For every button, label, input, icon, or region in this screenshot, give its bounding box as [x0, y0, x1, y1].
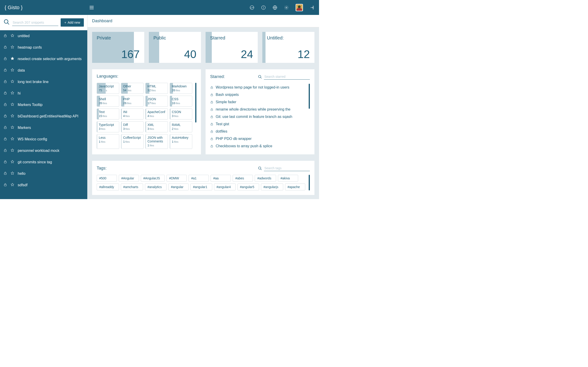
- search-icon[interactable]: [258, 166, 262, 170]
- tag[interactable]: #analytics: [145, 184, 166, 190]
- star-icon[interactable]: [10, 171, 14, 176]
- header-menu-toggle[interactable]: [90, 6, 94, 9]
- star-icon[interactable]: [10, 125, 14, 130]
- language-card[interactable]: Markdown26files: [170, 83, 192, 94]
- svg-marker-27: [11, 126, 14, 129]
- tag[interactable]: #angular: [168, 184, 189, 190]
- starred-item[interactable]: Simple fader: [210, 98, 306, 106]
- snippet-item[interactable]: long text brake line: [0, 76, 87, 88]
- star-icon[interactable]: [10, 137, 14, 142]
- search-icon[interactable]: [3, 19, 10, 26]
- starred-item[interactable]: Checkboxes to array push & splice: [210, 142, 306, 150]
- tag[interactable]: #a1: [189, 175, 209, 182]
- tag[interactable]: #AngularJS: [141, 175, 165, 182]
- star-icon[interactable]: [10, 68, 14, 73]
- star-icon[interactable]: [10, 57, 14, 61]
- starred-item[interactable]: dotfiles: [210, 128, 306, 135]
- language-card[interactable]: XML3files: [145, 121, 168, 132]
- star-icon[interactable]: [10, 148, 14, 153]
- snippet-item[interactable]: hello: [0, 168, 87, 179]
- language-card[interactable]: JavaScript75files: [97, 83, 119, 94]
- scrollbar[interactable]: [309, 175, 310, 190]
- stat-card[interactable]: Starred24: [206, 32, 258, 63]
- language-card[interactable]: Other54files: [121, 83, 144, 94]
- add-new-button[interactable]: +Add new: [61, 18, 84, 27]
- language-card[interactable]: JSON17files: [145, 96, 168, 107]
- star-icon[interactable]: [10, 45, 14, 50]
- snippet-item[interactable]: personnel workload mock: [0, 145, 87, 156]
- language-card[interactable]: AutoHotkey1files: [170, 134, 192, 149]
- starred-item[interactable]: Test gist: [210, 120, 306, 128]
- language-card[interactable]: HTML32files: [145, 83, 168, 94]
- language-card[interactable]: PHP26files: [121, 96, 144, 107]
- search-input[interactable]: [12, 19, 58, 26]
- starred-item[interactable]: Git: use last commit in feature branch a…: [210, 113, 306, 120]
- language-card[interactable]: Text15files: [97, 108, 119, 119]
- tag[interactable]: #angular1: [190, 184, 212, 190]
- snippet-item[interactable]: biDashboard.getEntitiesHeatMap API: [0, 110, 87, 122]
- snippet-item[interactable]: WS Mexico config: [0, 133, 87, 145]
- tag[interactable]: #adwords: [255, 175, 276, 182]
- globe-icon[interactable]: [273, 5, 277, 10]
- snippet-item[interactable]: Markers: [0, 122, 87, 133]
- tag[interactable]: #angular5: [237, 184, 259, 190]
- language-card[interactable]: ApacheConf4files: [145, 108, 168, 119]
- scrollbar[interactable]: [195, 83, 196, 123]
- snippet-item[interactable]: hi: [0, 88, 87, 99]
- star-icon[interactable]: [10, 160, 14, 165]
- snippet-item[interactable]: heatmap confs: [0, 42, 87, 53]
- user-avatar[interactable]: [296, 4, 303, 11]
- snippet-item[interactable]: sdfsdf: [0, 179, 87, 191]
- star-icon[interactable]: [10, 183, 14, 187]
- language-card[interactable]: CSS16files: [170, 96, 192, 107]
- language-card[interactable]: TypeScript3files: [97, 121, 119, 132]
- star-icon[interactable]: [10, 34, 14, 38]
- language-card[interactable]: CSON3files: [170, 108, 192, 119]
- starred-item[interactable]: PHP PDO db wrapper: [210, 135, 306, 142]
- starred-item[interactable]: Bash snippets: [210, 91, 306, 98]
- tag[interactable]: #angular4: [214, 184, 236, 190]
- star-icon[interactable]: [10, 114, 14, 119]
- language-name: TypeScript: [99, 123, 117, 127]
- logout-icon[interactable]: [310, 5, 314, 10]
- tag[interactable]: #amcharts: [121, 184, 143, 190]
- language-card[interactable]: JSON with Comments1files: [145, 134, 168, 149]
- tag[interactable]: #apache: [285, 184, 305, 190]
- starred-search-input[interactable]: [264, 74, 310, 80]
- snippet-item[interactable]: data: [0, 65, 87, 76]
- language-name: Shell: [99, 97, 117, 101]
- snippet-item[interactable]: Markers Tooltip: [0, 99, 87, 110]
- tag[interactable]: #abes: [233, 175, 253, 182]
- info-icon[interactable]: [261, 5, 266, 10]
- svg-point-49: [258, 167, 261, 169]
- language-card[interactable]: Shell26files: [97, 96, 119, 107]
- tag[interactable]: #Angular: [119, 175, 139, 182]
- search-icon[interactable]: [258, 75, 262, 79]
- tags-search-input[interactable]: [264, 165, 310, 171]
- language-card[interactable]: Diff3files: [121, 121, 144, 132]
- star-icon[interactable]: [10, 102, 14, 107]
- starred-item[interactable]: Wordpress temp page for not logged-in us…: [210, 84, 306, 91]
- starred-item[interactable]: rename whole directories while preservin…: [210, 106, 306, 113]
- tag[interactable]: #DMW: [166, 175, 187, 182]
- star-icon[interactable]: [10, 80, 14, 84]
- stat-card[interactable]: Untitled:12: [262, 32, 314, 63]
- snippet-item[interactable]: untitled: [0, 30, 87, 42]
- language-card[interactable]: CoffeeScript1files: [121, 134, 144, 149]
- chart-icon[interactable]: [250, 5, 254, 10]
- scrollbar[interactable]: [309, 84, 310, 109]
- tag[interactable]: #aa: [211, 175, 231, 182]
- stat-card[interactable]: Public40: [149, 32, 201, 63]
- snippet-item[interactable]: reselect create selector with arguments: [0, 53, 87, 65]
- stat-card[interactable]: Private167: [92, 32, 144, 63]
- tag[interactable]: #500: [97, 175, 117, 182]
- tag[interactable]: #allreaddy: [97, 184, 119, 190]
- language-card[interactable]: Less1files: [97, 134, 119, 149]
- tag[interactable]: #akiva: [278, 175, 298, 182]
- language-card[interactable]: RAML2files: [170, 121, 192, 132]
- star-icon[interactable]: [10, 91, 14, 96]
- snippet-item[interactable]: git commits since tag: [0, 156, 87, 168]
- settings-icon[interactable]: [284, 5, 289, 10]
- tag[interactable]: #angularjs: [261, 184, 283, 190]
- language-card[interactable]: INI4files: [121, 108, 144, 119]
